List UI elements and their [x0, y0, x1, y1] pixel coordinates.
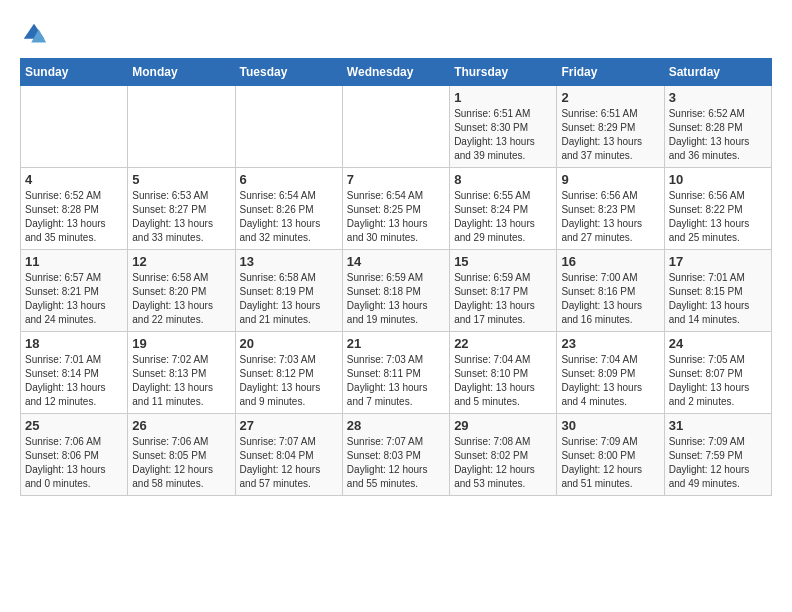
calendar-cell [342, 86, 449, 168]
calendar-cell: 8Sunrise: 6:55 AM Sunset: 8:24 PM Daylig… [450, 168, 557, 250]
calendar-cell: 18Sunrise: 7:01 AM Sunset: 8:14 PM Dayli… [21, 332, 128, 414]
calendar-body: 1Sunrise: 6:51 AM Sunset: 8:30 PM Daylig… [21, 86, 772, 496]
calendar-cell: 27Sunrise: 7:07 AM Sunset: 8:04 PM Dayli… [235, 414, 342, 496]
calendar-cell [21, 86, 128, 168]
day-info: Sunrise: 6:57 AM Sunset: 8:21 PM Dayligh… [25, 271, 123, 327]
weekday-header-monday: Monday [128, 59, 235, 86]
day-number: 5 [132, 172, 230, 187]
page-header [20, 20, 772, 48]
day-number: 23 [561, 336, 659, 351]
calendar-cell: 15Sunrise: 6:59 AM Sunset: 8:17 PM Dayli… [450, 250, 557, 332]
day-info: Sunrise: 6:55 AM Sunset: 8:24 PM Dayligh… [454, 189, 552, 245]
calendar-cell: 1Sunrise: 6:51 AM Sunset: 8:30 PM Daylig… [450, 86, 557, 168]
calendar-cell: 13Sunrise: 6:58 AM Sunset: 8:19 PM Dayli… [235, 250, 342, 332]
calendar-cell: 17Sunrise: 7:01 AM Sunset: 8:15 PM Dayli… [664, 250, 771, 332]
day-number: 8 [454, 172, 552, 187]
calendar-cell: 31Sunrise: 7:09 AM Sunset: 7:59 PM Dayli… [664, 414, 771, 496]
weekday-header-friday: Friday [557, 59, 664, 86]
calendar-cell [128, 86, 235, 168]
day-number: 14 [347, 254, 445, 269]
weekday-header-row: SundayMondayTuesdayWednesdayThursdayFrid… [21, 59, 772, 86]
day-info: Sunrise: 6:59 AM Sunset: 8:17 PM Dayligh… [454, 271, 552, 327]
calendar-cell: 2Sunrise: 6:51 AM Sunset: 8:29 PM Daylig… [557, 86, 664, 168]
calendar-cell: 9Sunrise: 6:56 AM Sunset: 8:23 PM Daylig… [557, 168, 664, 250]
calendar-cell: 28Sunrise: 7:07 AM Sunset: 8:03 PM Dayli… [342, 414, 449, 496]
week-row-5: 25Sunrise: 7:06 AM Sunset: 8:06 PM Dayli… [21, 414, 772, 496]
weekday-header-thursday: Thursday [450, 59, 557, 86]
day-number: 1 [454, 90, 552, 105]
day-number: 29 [454, 418, 552, 433]
calendar-cell: 22Sunrise: 7:04 AM Sunset: 8:10 PM Dayli… [450, 332, 557, 414]
day-number: 6 [240, 172, 338, 187]
calendar-header: SundayMondayTuesdayWednesdayThursdayFrid… [21, 59, 772, 86]
calendar-cell [235, 86, 342, 168]
day-info: Sunrise: 6:54 AM Sunset: 8:25 PM Dayligh… [347, 189, 445, 245]
day-number: 17 [669, 254, 767, 269]
day-info: Sunrise: 7:06 AM Sunset: 8:06 PM Dayligh… [25, 435, 123, 491]
calendar-cell: 3Sunrise: 6:52 AM Sunset: 8:28 PM Daylig… [664, 86, 771, 168]
day-info: Sunrise: 7:05 AM Sunset: 8:07 PM Dayligh… [669, 353, 767, 409]
calendar-cell: 29Sunrise: 7:08 AM Sunset: 8:02 PM Dayli… [450, 414, 557, 496]
calendar-cell: 6Sunrise: 6:54 AM Sunset: 8:26 PM Daylig… [235, 168, 342, 250]
logo [20, 20, 52, 48]
week-row-3: 11Sunrise: 6:57 AM Sunset: 8:21 PM Dayli… [21, 250, 772, 332]
day-number: 9 [561, 172, 659, 187]
day-info: Sunrise: 7:01 AM Sunset: 8:14 PM Dayligh… [25, 353, 123, 409]
day-number: 4 [25, 172, 123, 187]
day-number: 18 [25, 336, 123, 351]
day-info: Sunrise: 6:56 AM Sunset: 8:22 PM Dayligh… [669, 189, 767, 245]
day-info: Sunrise: 6:54 AM Sunset: 8:26 PM Dayligh… [240, 189, 338, 245]
day-number: 15 [454, 254, 552, 269]
day-info: Sunrise: 6:58 AM Sunset: 8:20 PM Dayligh… [132, 271, 230, 327]
calendar-cell: 14Sunrise: 6:59 AM Sunset: 8:18 PM Dayli… [342, 250, 449, 332]
day-info: Sunrise: 7:04 AM Sunset: 8:09 PM Dayligh… [561, 353, 659, 409]
calendar-cell: 21Sunrise: 7:03 AM Sunset: 8:11 PM Dayli… [342, 332, 449, 414]
day-number: 10 [669, 172, 767, 187]
weekday-header-sunday: Sunday [21, 59, 128, 86]
day-number: 2 [561, 90, 659, 105]
calendar-cell: 20Sunrise: 7:03 AM Sunset: 8:12 PM Dayli… [235, 332, 342, 414]
day-info: Sunrise: 7:07 AM Sunset: 8:03 PM Dayligh… [347, 435, 445, 491]
day-info: Sunrise: 6:56 AM Sunset: 8:23 PM Dayligh… [561, 189, 659, 245]
calendar-cell: 11Sunrise: 6:57 AM Sunset: 8:21 PM Dayli… [21, 250, 128, 332]
day-info: Sunrise: 6:53 AM Sunset: 8:27 PM Dayligh… [132, 189, 230, 245]
day-number: 20 [240, 336, 338, 351]
day-info: Sunrise: 7:00 AM Sunset: 8:16 PM Dayligh… [561, 271, 659, 327]
day-number: 30 [561, 418, 659, 433]
week-row-1: 1Sunrise: 6:51 AM Sunset: 8:30 PM Daylig… [21, 86, 772, 168]
calendar-cell: 5Sunrise: 6:53 AM Sunset: 8:27 PM Daylig… [128, 168, 235, 250]
calendar-cell: 12Sunrise: 6:58 AM Sunset: 8:20 PM Dayli… [128, 250, 235, 332]
day-number: 11 [25, 254, 123, 269]
calendar-cell: 10Sunrise: 6:56 AM Sunset: 8:22 PM Dayli… [664, 168, 771, 250]
day-number: 25 [25, 418, 123, 433]
day-number: 27 [240, 418, 338, 433]
logo-icon [20, 20, 48, 48]
day-number: 13 [240, 254, 338, 269]
day-info: Sunrise: 7:09 AM Sunset: 7:59 PM Dayligh… [669, 435, 767, 491]
day-info: Sunrise: 6:58 AM Sunset: 8:19 PM Dayligh… [240, 271, 338, 327]
day-info: Sunrise: 6:52 AM Sunset: 8:28 PM Dayligh… [25, 189, 123, 245]
day-number: 7 [347, 172, 445, 187]
day-number: 19 [132, 336, 230, 351]
week-row-2: 4Sunrise: 6:52 AM Sunset: 8:28 PM Daylig… [21, 168, 772, 250]
day-info: Sunrise: 7:03 AM Sunset: 8:12 PM Dayligh… [240, 353, 338, 409]
day-info: Sunrise: 6:51 AM Sunset: 8:30 PM Dayligh… [454, 107, 552, 163]
day-number: 21 [347, 336, 445, 351]
day-number: 26 [132, 418, 230, 433]
day-info: Sunrise: 6:59 AM Sunset: 8:18 PM Dayligh… [347, 271, 445, 327]
day-number: 24 [669, 336, 767, 351]
day-info: Sunrise: 7:02 AM Sunset: 8:13 PM Dayligh… [132, 353, 230, 409]
day-number: 28 [347, 418, 445, 433]
day-number: 3 [669, 90, 767, 105]
day-number: 16 [561, 254, 659, 269]
weekday-header-wednesday: Wednesday [342, 59, 449, 86]
calendar-cell: 4Sunrise: 6:52 AM Sunset: 8:28 PM Daylig… [21, 168, 128, 250]
day-info: Sunrise: 7:01 AM Sunset: 8:15 PM Dayligh… [669, 271, 767, 327]
calendar: SundayMondayTuesdayWednesdayThursdayFrid… [20, 58, 772, 496]
day-info: Sunrise: 6:51 AM Sunset: 8:29 PM Dayligh… [561, 107, 659, 163]
day-info: Sunrise: 7:04 AM Sunset: 8:10 PM Dayligh… [454, 353, 552, 409]
week-row-4: 18Sunrise: 7:01 AM Sunset: 8:14 PM Dayli… [21, 332, 772, 414]
calendar-cell: 26Sunrise: 7:06 AM Sunset: 8:05 PM Dayli… [128, 414, 235, 496]
calendar-cell: 7Sunrise: 6:54 AM Sunset: 8:25 PM Daylig… [342, 168, 449, 250]
weekday-header-tuesday: Tuesday [235, 59, 342, 86]
